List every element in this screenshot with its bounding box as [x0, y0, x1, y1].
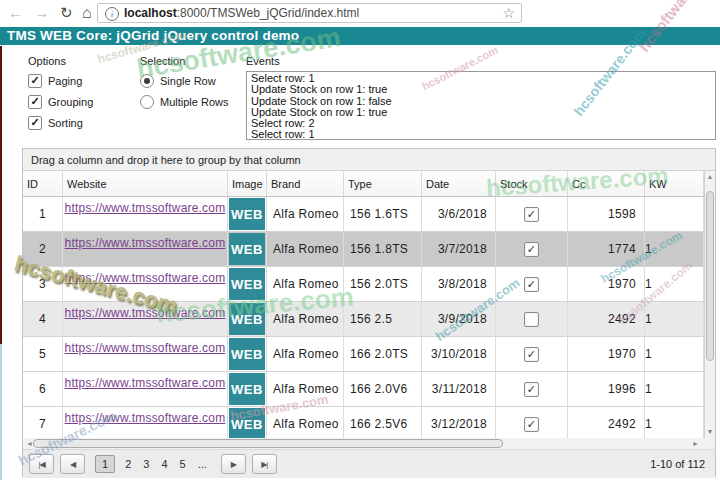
home-icon[interactable]: ⌂ — [82, 3, 92, 23]
pager-prev-button[interactable]: ◀ — [60, 454, 85, 474]
table-row[interactable]: 3https://www.tmssoftware.comWEBAlfa Rome… — [23, 267, 715, 302]
pager-next-button[interactable]: ▶ — [221, 454, 246, 474]
table-row[interactable]: 5https://www.tmssoftware.comWEBAlfa Rome… — [23, 337, 715, 372]
address-bar[interactable]: i localhost:8000/TMSWeb_jQGrid/index.htm… — [97, 3, 522, 23]
checkbox-sorting[interactable]: ✓ — [28, 116, 42, 130]
browser-toolbar: ← → ↻ ⌂ i localhost:8000/TMSWeb_jQGrid/i… — [0, 0, 720, 28]
table-row[interactable]: 6https://www.tmssoftware.comWEBAlfa Rome… — [23, 372, 715, 407]
cell-website: https://www.tmssoftware.com — [63, 232, 228, 266]
pager-first-button[interactable]: |◀ — [29, 454, 54, 474]
options-items: ✓Paging✓Grouping✓Sorting — [28, 74, 93, 130]
selection-label: Selection — [140, 55, 228, 67]
website-link[interactable]: https://www.tmssoftware.com — [65, 411, 226, 425]
page-title: TMS WEB Core: jQGrid jQuery control demo — [0, 27, 720, 45]
column-header-website[interactable]: Website — [63, 171, 228, 196]
web-image-badge[interactable]: WEB — [229, 198, 265, 230]
url-text: localhost:8000/TMSWeb_jQGrid/index.html — [124, 6, 359, 20]
horizontal-scroll-thumb[interactable] — [33, 439, 503, 448]
cell-kw: 1 — [645, 372, 704, 406]
page-info-icon[interactable]: i — [105, 7, 119, 21]
cell-website: https://www.tmssoftware.com — [63, 302, 228, 336]
cell-type: 166 2.0TS — [344, 337, 422, 371]
stock-checkbox[interactable] — [524, 312, 539, 327]
cell-image: WEB — [228, 197, 267, 231]
stock-checkbox[interactable]: ✓ — [524, 382, 539, 397]
vertical-scrollbar[interactable]: ▲ ▼ — [704, 171, 715, 438]
cell-stock — [496, 302, 568, 336]
cell-brand: Alfa Romeo — [267, 372, 344, 406]
column-header-cc[interactable]: Cc — [568, 171, 645, 196]
bookmark-star-icon[interactable]: ☆ — [502, 5, 515, 21]
pager-page[interactable]: 3 — [143, 458, 149, 470]
stock-checkbox[interactable]: ✓ — [524, 207, 539, 222]
pager-page[interactable]: 2 — [125, 458, 131, 470]
scroll-left-icon[interactable]: ◄ — [26, 438, 33, 449]
table-row[interactable]: 4https://www.tmssoftware.comWEBAlfa Rome… — [23, 302, 715, 337]
grid-body: 1https://www.tmssoftware.comWEBAlfa Rome… — [23, 197, 715, 438]
stock-checkbox[interactable]: ✓ — [524, 417, 539, 432]
vertical-scroll-thumb[interactable] — [706, 191, 714, 361]
checkbox-paging[interactable]: ✓ — [28, 74, 42, 88]
table-row[interactable]: 7https://www.tmssoftware.comWEBAlfa Rome… — [23, 407, 715, 438]
cell-brand: Alfa Romeo — [267, 267, 344, 301]
table-row[interactable]: 2https://www.tmssoftware.comWEBAlfa Rome… — [23, 232, 715, 267]
cell-website: https://www.tmssoftware.com — [63, 197, 228, 231]
checkbox-row: ✓Sorting — [28, 116, 93, 130]
website-link[interactable]: https://www.tmssoftware.com — [65, 341, 226, 355]
cell-cc: 1970 — [568, 267, 645, 301]
checkbox-grouping[interactable]: ✓ — [28, 95, 42, 109]
scroll-right-icon[interactable]: ► — [692, 438, 699, 449]
pager-last-button[interactable]: ▶| — [252, 454, 277, 474]
pager-page-current[interactable]: 1 — [95, 455, 115, 473]
website-link[interactable]: https://www.tmssoftware.com — [65, 236, 226, 250]
radio-multiple-rows[interactable] — [140, 95, 154, 109]
checkbox-row: ✓Paging — [28, 74, 93, 88]
column-header-brand[interactable]: Brand — [267, 171, 344, 196]
column-header-stock[interactable]: Stock — [496, 171, 568, 196]
scroll-up-icon[interactable]: ▲ — [705, 172, 715, 182]
column-header-type[interactable]: Type — [344, 171, 422, 196]
table-row[interactable]: 1https://www.tmssoftware.comWEBAlfa Rome… — [23, 197, 715, 232]
cell-brand: Alfa Romeo — [267, 407, 344, 438]
options-group: Options ✓Paging✓Grouping✓Sorting — [28, 55, 93, 130]
column-header-kw[interactable]: KW — [645, 171, 704, 196]
event-log-line: Select row: 1 — [251, 129, 711, 140]
event-log-line: Select row: 2 — [251, 118, 711, 129]
cell-stock: ✓ — [496, 267, 568, 301]
refresh-icon[interactable]: ↻ — [60, 3, 73, 23]
web-image-badge[interactable]: WEB — [229, 233, 265, 265]
column-header-date[interactable]: Date — [422, 171, 496, 196]
pager-page[interactable]: ... — [198, 458, 207, 470]
cell-id: 3 — [23, 267, 63, 301]
web-image-badge[interactable]: WEB — [229, 268, 265, 300]
scroll-down-icon[interactable]: ▼ — [705, 427, 715, 437]
cell-stock: ✓ — [496, 337, 568, 371]
events-listbox[interactable]: Select row: 1Update Stock on row 1: true… — [246, 71, 716, 140]
group-by-dropzone[interactable]: Drag a column and drop it here to group … — [23, 149, 715, 171]
web-image-badge[interactable]: WEB — [229, 338, 265, 370]
forward-icon[interactable]: → — [34, 3, 49, 23]
pager-page[interactable]: 4 — [161, 458, 167, 470]
cell-cc: 1970 — [568, 337, 645, 371]
horizontal-scrollbar[interactable]: ◄ ► — [23, 438, 715, 450]
back-icon[interactable]: ← — [8, 3, 23, 23]
website-link[interactable]: https://www.tmssoftware.com — [65, 376, 226, 390]
stock-checkbox[interactable]: ✓ — [524, 277, 539, 292]
cell-type: 156 1.8TS — [344, 232, 422, 266]
cell-id: 7 — [23, 407, 63, 438]
web-image-badge[interactable]: WEB — [229, 408, 265, 438]
website-link[interactable]: https://www.tmssoftware.com — [65, 201, 226, 215]
stock-checkbox[interactable]: ✓ — [524, 347, 539, 362]
column-header-id[interactable]: ID — [23, 171, 63, 196]
cell-image: WEB — [228, 232, 267, 266]
url-path: :8000/TMSWeb_jQGrid/index.html — [177, 6, 360, 20]
web-image-badge[interactable]: WEB — [229, 303, 265, 335]
website-link[interactable]: https://www.tmssoftware.com — [65, 271, 226, 285]
cell-type: 156 2.5 — [344, 302, 422, 336]
radio-single-row[interactable] — [140, 74, 154, 88]
website-link[interactable]: https://www.tmssoftware.com — [65, 306, 226, 320]
pager-page[interactable]: 5 — [180, 458, 186, 470]
stock-checkbox[interactable]: ✓ — [524, 242, 539, 257]
web-image-badge[interactable]: WEB — [229, 373, 265, 405]
column-header-image[interactable]: Image — [228, 171, 267, 196]
